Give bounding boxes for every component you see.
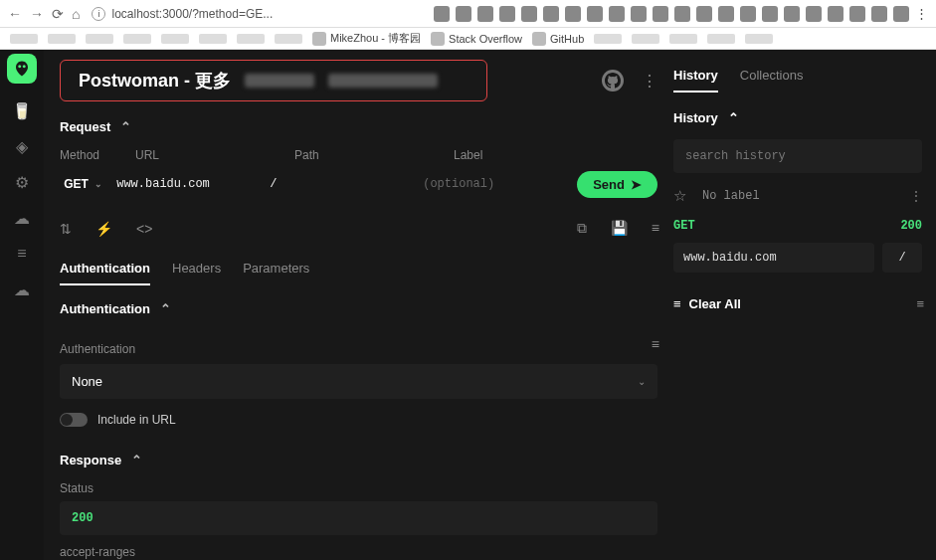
ext-icon[interactable] bbox=[871, 6, 887, 22]
bolt-icon[interactable]: ⚡ bbox=[95, 221, 112, 237]
send-label: Send bbox=[593, 177, 625, 192]
ext-icon[interactable] bbox=[718, 6, 734, 22]
ext-icon[interactable] bbox=[740, 6, 756, 22]
accept-ranges-label: accept-ranges bbox=[60, 545, 657, 559]
github-icon[interactable] bbox=[602, 70, 624, 92]
bookmark-blur[interactable] bbox=[199, 34, 227, 44]
bookmark-blur[interactable] bbox=[669, 34, 697, 44]
layers-icon[interactable]: ◈ bbox=[13, 137, 31, 155]
notes-icon[interactable]: ≡ bbox=[652, 220, 657, 237]
auth-select[interactable]: None ⌄ bbox=[60, 364, 657, 399]
code-icon[interactable]: <> bbox=[136, 221, 152, 237]
glass-icon[interactable]: 🥛 bbox=[13, 101, 31, 119]
gear-icon[interactable]: ⚙ bbox=[13, 173, 31, 191]
bookmarks-bar: MikeZhou - 博客园 Stack Overflow GitHub bbox=[0, 28, 936, 50]
path-input[interactable] bbox=[270, 177, 413, 191]
reload-icon[interactable]: ⟳ bbox=[52, 6, 64, 22]
cloud-down-icon[interactable]: ☁ bbox=[13, 280, 31, 298]
history-url[interactable]: www.baidu.com bbox=[673, 243, 874, 273]
search-history-input[interactable] bbox=[673, 139, 922, 173]
bookmark-blur[interactable] bbox=[237, 34, 265, 44]
sort-icon[interactable]: ⇅ bbox=[60, 221, 72, 237]
bookmark-item[interactable]: MikeZhou - 博客园 bbox=[312, 31, 421, 46]
response-section-head[interactable]: Response ⌃ bbox=[60, 453, 657, 467]
request-section-head[interactable]: Request ⌃ bbox=[60, 119, 657, 134]
ext-icon[interactable] bbox=[849, 6, 865, 22]
site-info-icon[interactable]: i bbox=[92, 7, 105, 21]
list-icon[interactable]: ≡ bbox=[13, 245, 31, 263]
bookmark-blur[interactable] bbox=[594, 34, 622, 44]
ext-icon[interactable] bbox=[828, 6, 843, 22]
send-button[interactable]: Send ➤ bbox=[577, 171, 657, 198]
ext-icon[interactable] bbox=[653, 6, 668, 22]
chevron-up-icon: ⌃ bbox=[160, 301, 171, 316]
ext-icon[interactable] bbox=[784, 6, 800, 22]
history-head[interactable]: History ⌃ bbox=[673, 110, 922, 125]
ext-icon[interactable] bbox=[762, 6, 778, 22]
star-icon[interactable]: ☆ bbox=[673, 187, 686, 205]
back-icon[interactable]: ← bbox=[8, 6, 22, 22]
url-text: localhost:3000/?method=GE... bbox=[111, 7, 273, 21]
url-input[interactable] bbox=[116, 177, 260, 191]
ext-icon[interactable] bbox=[609, 6, 625, 22]
ext-icon[interactable] bbox=[674, 6, 690, 22]
clear-all-button[interactable]: Clear All bbox=[689, 296, 741, 311]
status-label: Status bbox=[60, 481, 657, 495]
ext-icon[interactable] bbox=[434, 6, 450, 22]
label-input[interactable] bbox=[423, 177, 567, 191]
bookmark-blur[interactable] bbox=[275, 34, 302, 44]
ext-icon[interactable] bbox=[477, 6, 493, 22]
ext-icon[interactable] bbox=[631, 6, 647, 22]
chrome-menu-icon[interactable]: ⋮ bbox=[915, 6, 928, 22]
include-toggle[interactable] bbox=[60, 413, 88, 427]
notes-icon[interactable]: ≡ bbox=[652, 336, 657, 352]
history-item: ☆ No label ⋮ GET 200 www.baidu.com / bbox=[673, 187, 922, 273]
bookmark-item[interactable]: GitHub bbox=[532, 32, 584, 46]
bookmark-blur[interactable] bbox=[707, 34, 735, 44]
ext-icon[interactable] bbox=[587, 6, 603, 22]
main: Postwoman - 更多 ⋮ Request ⌃ Method URL Pa… bbox=[44, 50, 673, 560]
method-label: Method bbox=[60, 148, 119, 162]
more-icon[interactable]: ⋮ bbox=[642, 72, 657, 91]
tab-headers[interactable]: Headers bbox=[172, 261, 221, 285]
include-row: Include in URL bbox=[60, 413, 657, 427]
bookmark-blur[interactable] bbox=[632, 34, 659, 44]
bookmark-item[interactable]: Stack Overflow bbox=[431, 32, 522, 46]
ext-icon[interactable] bbox=[456, 6, 471, 22]
ext-icon[interactable] bbox=[499, 6, 515, 22]
authentication-section-head[interactable]: Authentication ⌃ bbox=[60, 301, 657, 316]
tab-collections[interactable]: Collections bbox=[740, 68, 804, 93]
method-select[interactable]: GET ⌄ bbox=[60, 168, 106, 200]
history-path[interactable]: / bbox=[882, 243, 922, 273]
side-nav: 🥛 ◈ ⚙ ☁ ≡ ☁ bbox=[0, 50, 44, 560]
bookmark-label: MikeZhou - 博客园 bbox=[330, 31, 421, 46]
address-bar[interactable]: i localhost:3000/?method=GE... bbox=[92, 7, 273, 21]
bookmark-blur[interactable] bbox=[10, 34, 38, 44]
cloud-up-icon[interactable]: ☁ bbox=[13, 209, 31, 227]
ext-icon[interactable] bbox=[696, 6, 712, 22]
home-icon[interactable]: ⌂ bbox=[72, 6, 80, 22]
forward-icon[interactable]: → bbox=[30, 6, 44, 22]
bookmark-blur[interactable] bbox=[123, 34, 151, 44]
clear-icon[interactable]: ≡ bbox=[673, 296, 679, 311]
app-logo[interactable] bbox=[7, 54, 37, 84]
ext-icon[interactable] bbox=[806, 6, 822, 22]
bookmark-blur[interactable] bbox=[86, 34, 113, 44]
tab-parameters[interactable]: Parameters bbox=[243, 261, 309, 285]
tab-authentication[interactable]: Authentication bbox=[60, 261, 150, 285]
ext-icon[interactable] bbox=[565, 6, 581, 22]
history-item-label: No label bbox=[702, 189, 760, 203]
bookmark-blur[interactable] bbox=[161, 34, 189, 44]
chevron-down-icon: ⌄ bbox=[638, 376, 646, 387]
ext-icon[interactable] bbox=[543, 6, 559, 22]
ext-icon[interactable] bbox=[893, 6, 909, 22]
save-icon[interactable]: 💾 bbox=[611, 220, 628, 237]
label-label: Label bbox=[454, 148, 657, 162]
tab-history[interactable]: History bbox=[673, 68, 718, 93]
bookmark-blur[interactable] bbox=[745, 34, 773, 44]
copy-icon[interactable]: ⧉ bbox=[577, 220, 587, 237]
sort-icon[interactable]: ≡ bbox=[916, 296, 922, 311]
ext-icon[interactable] bbox=[521, 6, 537, 22]
more-icon[interactable]: ⋮ bbox=[910, 189, 922, 203]
bookmark-blur[interactable] bbox=[48, 34, 76, 44]
